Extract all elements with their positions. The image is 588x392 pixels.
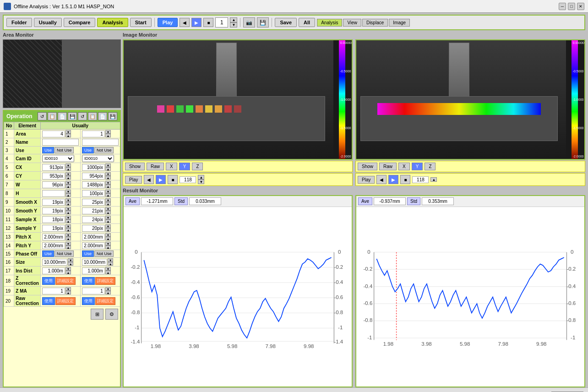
right-stop-btn[interactable]: ■ [400, 175, 410, 184]
next-frame-button[interactable]: ▶ [191, 18, 201, 27]
rainbow-bar [377, 103, 541, 115]
op-icon-3[interactable]: 📄 [58, 112, 67, 120]
zcorr-detail-usually[interactable]: 詳細設定 [55, 277, 76, 285]
operation-table: No Element Usually Compare 1 Area 4 [4, 122, 121, 307]
right-y-btn[interactable]: Y [412, 163, 423, 170]
compare-val: 20pix ▼▲ [80, 224, 120, 233]
usually-val: 953pix ▼▲ [40, 172, 80, 180]
all-button[interactable]: All [299, 18, 315, 27]
phaseoff-notuse-compare[interactable]: Not Use [94, 250, 114, 257]
left-prev-btn[interactable]: ◀ [144, 175, 154, 184]
table-row: 13 Pitch X 2.000mm ▼▲ 2.000mm ▼▲ [4, 233, 121, 241]
op-icon-5[interactable]: ↺ [78, 112, 87, 120]
marker-row [157, 102, 294, 116]
right-image-monitor-container: 0.00000 -0.5000 -1.0000 -1.5000 -2.0000 … [355, 39, 585, 186]
tab-image[interactable]: Image [389, 19, 410, 27]
right-frame-up[interactable]: ▲ [430, 177, 437, 182]
grid-icon[interactable]: ⊞ [91, 309, 103, 320]
phaseoff-use-compare[interactable]: Use [82, 250, 94, 257]
left-raw-btn[interactable]: Raw [147, 163, 164, 170]
right-play-btn[interactable]: ▶ [388, 175, 398, 184]
op-icon-7[interactable]: 📄 [98, 112, 107, 120]
usually-val: Use Not Use [40, 147, 80, 154]
rawcorr-detail-usually[interactable]: 詳細設定 [55, 297, 76, 305]
folder-button[interactable]: Folder [6, 18, 32, 27]
rawcorr-use-usually[interactable]: 使用 [42, 297, 55, 305]
left-frame-down[interactable]: ▼ [198, 180, 204, 184]
stop-button[interactable]: ■ [203, 18, 213, 27]
use-btn-compare[interactable]: Use [82, 147, 94, 153]
right-raw-btn[interactable]: Raw [379, 163, 397, 170]
close-button[interactable]: ✕ [577, 3, 584, 10]
left-z-btn[interactable]: Z [192, 163, 203, 170]
operation-bottom-icons: ⊞ ⚙ [4, 307, 120, 321]
left-y-btn[interactable]: Y [179, 163, 191, 170]
rawcorr-use-compare[interactable]: 使用 [82, 297, 95, 305]
usually-val: 19pix ▼▲ [40, 224, 80, 233]
left-x-btn[interactable]: X [166, 163, 177, 170]
play-button[interactable]: Play [158, 18, 178, 27]
usually-button[interactable]: Usually [34, 18, 62, 27]
phaseoff-notuse-usually[interactable]: Not Use [54, 250, 74, 257]
left-play-label: Play [125, 176, 142, 184]
row-element: W [14, 180, 41, 189]
table-row: 9 Smooth X 19pix ▼▲ 25pix ▼▲ [4, 198, 121, 207]
save-icon[interactable]: 💾 [257, 17, 269, 27]
left-frame-up[interactable]: ▲ [198, 175, 204, 180]
op-icon-6[interactable]: 📋 [88, 112, 97, 120]
notuse-btn-usually[interactable]: Not Use [54, 147, 74, 153]
usually-val: 2.000mm ▼▲ [40, 233, 80, 241]
maximize-button[interactable]: □ [568, 3, 575, 10]
row-no: 2 [4, 138, 14, 147]
notuse-btn-compare[interactable]: Not Use [94, 147, 114, 153]
right-show-btn[interactable]: Show [358, 163, 377, 170]
app-logo [4, 3, 11, 10]
area-image-left [3, 40, 62, 108]
minimize-button[interactable]: ─ [559, 3, 566, 10]
zcorr-use-compare[interactable]: 使用 [82, 277, 95, 285]
op-icon-4[interactable]: 💾 [68, 112, 77, 120]
col-no: No [4, 122, 14, 130]
op-icon-1[interactable]: ↺ [38, 112, 47, 120]
left-stop-btn[interactable]: ■ [168, 175, 178, 184]
tab-analysis[interactable]: Analysis [317, 19, 342, 27]
op-icon-8[interactable]: 💾 [108, 112, 117, 120]
right-x-btn[interactable]: X [398, 163, 410, 170]
start-button[interactable]: Start [130, 18, 152, 27]
right-z-btn[interactable]: Z [425, 163, 436, 170]
use-btn-usually[interactable]: Use [42, 147, 54, 153]
table-row: 17 Ins Dist 1.000m ▼▲ 1.000m ▼▲ [4, 267, 121, 275]
ry-label-08: -0.8 [364, 317, 373, 323]
analysis-button[interactable]: Analysis [97, 18, 128, 27]
x-label-4: 7.98 [266, 343, 276, 349]
tab-view[interactable]: View [343, 19, 361, 27]
table-row: 2 Name [4, 138, 121, 147]
camid-select-usually[interactable]: ID0010 [42, 155, 74, 162]
op-icon-2[interactable]: 📋 [48, 112, 57, 120]
marker-2 [167, 105, 174, 113]
frame-up-button[interactable]: ▲ [230, 17, 237, 22]
left-frame-input[interactable] [180, 176, 196, 183]
prev-frame-button[interactable]: ◀ [180, 18, 190, 27]
marker-7 [215, 105, 222, 113]
camid-select-compare[interactable]: ID0010 [82, 155, 114, 162]
camera-icon[interactable]: 📷 [243, 17, 255, 27]
rawcorr-detail-compare[interactable]: 詳細設定 [95, 297, 115, 305]
compare-button[interactable]: Compare [64, 18, 96, 27]
table-row: 18 Z Correction 使用 詳細設定 使用 詳細設定 [4, 275, 121, 287]
right-prev-btn[interactable]: ◀ [376, 175, 387, 184]
left-show-btn[interactable]: Show [125, 163, 145, 170]
right-frame-input[interactable] [412, 176, 429, 183]
frame-down-button[interactable]: ▼ [230, 22, 237, 27]
phaseoff-use-usually[interactable]: Use [42, 250, 54, 257]
row-no: 6 [4, 172, 14, 180]
rx-label-3: 5.98 [460, 341, 470, 347]
settings-icon[interactable]: ⚙ [105, 309, 118, 320]
y-label-02: -0.2 [131, 264, 140, 270]
y-right-0: 0 [338, 249, 341, 255]
zcorr-use-usually[interactable]: 使用 [42, 277, 55, 285]
zcorr-detail-compare[interactable]: 詳細設定 [95, 277, 115, 285]
save-button[interactable]: Save [275, 18, 297, 27]
tab-displace[interactable]: Displace [362, 19, 388, 27]
left-play-btn[interactable]: ▶ [156, 175, 166, 184]
